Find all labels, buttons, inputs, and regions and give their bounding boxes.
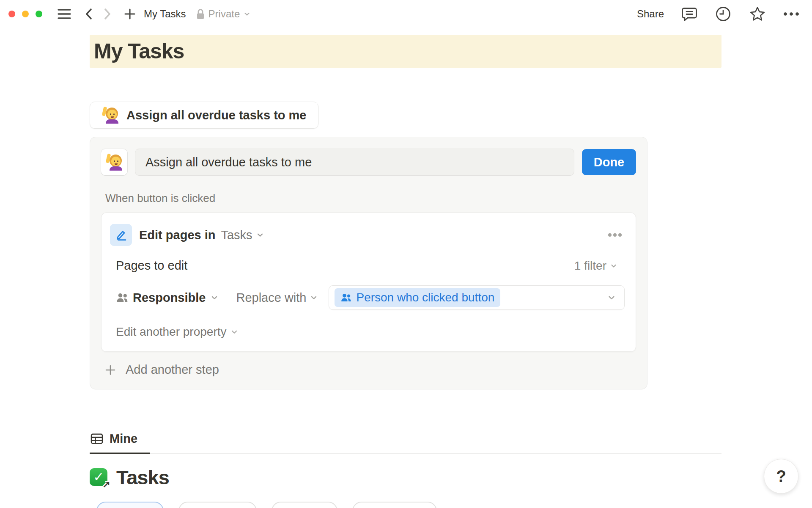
linked-database-heading: ✓ ↗ Tasks: [90, 466, 169, 489]
page-title: My Tasks: [94, 39, 184, 64]
table-view-icon: [91, 433, 103, 444]
page-title-highlight: My Tasks: [90, 35, 721, 68]
help-button[interactable]: ?: [764, 459, 798, 494]
filter-pill[interactable]: [96, 502, 164, 508]
tab-mine-label: Mine: [110, 432, 137, 446]
step-options-icon[interactable]: [605, 230, 625, 240]
comments-icon[interactable]: [681, 6, 697, 22]
back-icon[interactable]: [84, 7, 94, 21]
sidebar-toggle-icon[interactable]: [58, 8, 71, 19]
macos-traffic-lights: [8, 11, 42, 17]
chevron-down-icon: [606, 293, 617, 303]
done-button[interactable]: Done: [582, 149, 636, 175]
breadcrumb-page-title[interactable]: My Tasks: [144, 8, 186, 20]
action-label: Edit pages in: [139, 228, 215, 242]
automation-button[interactable]: Assign all overdue tasks to me: [90, 102, 318, 129]
privacy-status-label[interactable]: Private: [208, 8, 240, 20]
more-options-icon[interactable]: [783, 12, 799, 16]
button-editor-panel: Done When button is clicked Edit pages i…: [90, 137, 647, 389]
edit-another-property-dropdown[interactable]: Edit another property: [116, 325, 239, 339]
check-mark-linked-database-emoji: ✓ ↗: [90, 468, 109, 487]
people-icon: [340, 293, 352, 302]
zoom-window-button[interactable]: [36, 11, 42, 17]
lock-icon: [196, 8, 205, 20]
close-window-button[interactable]: [8, 11, 15, 17]
chevron-down-icon: [309, 293, 318, 302]
window-titlebar: My Tasks Private Share: [0, 0, 812, 28]
share-button[interactable]: Share: [637, 8, 664, 20]
edit-pages-action-tile: [110, 224, 132, 246]
minimize-window-button[interactable]: [22, 11, 29, 17]
chevron-down-icon: [609, 262, 618, 270]
plus-icon: [104, 364, 116, 376]
updates-clock-icon[interactable]: [715, 6, 732, 22]
automation-step-card: Edit pages in Tasks Pages to edit 1 filt…: [101, 213, 636, 352]
target-database-dropdown[interactable]: Tasks: [221, 228, 264, 242]
add-another-step-button[interactable]: Add another step: [101, 363, 636, 377]
chevron-down-icon: [255, 230, 265, 240]
tab-mine[interactable]: Mine: [90, 432, 150, 454]
linked-database-title[interactable]: Tasks: [116, 466, 169, 489]
add-another-step-label: Add another step: [126, 363, 219, 377]
privacy-chevron-down-icon[interactable]: [243, 10, 251, 18]
operation-dropdown[interactable]: Replace with: [236, 291, 318, 305]
automation-button-label: Assign all overdue tasks to me: [126, 108, 306, 122]
filter-pill[interactable]: [178, 502, 257, 508]
woman-raising-hand-emoji: [102, 107, 119, 124]
filter-pill[interactable]: [272, 502, 337, 508]
woman-raising-hand-emoji: [106, 154, 123, 171]
favorite-star-icon[interactable]: [749, 6, 766, 22]
chevron-down-icon: [230, 327, 239, 337]
chevron-down-icon: [210, 293, 219, 302]
filter-pill[interactable]: [352, 502, 437, 508]
forward-icon[interactable]: [102, 7, 112, 21]
database-view-tabbar: Mine: [90, 432, 721, 454]
pages-to-edit-label: Pages to edit: [116, 259, 187, 273]
trigger-label: When button is clicked: [105, 192, 636, 205]
person-value-chip: Person who clicked button: [335, 288, 500, 307]
filter-dropdown[interactable]: 1 filter: [574, 259, 618, 273]
people-icon: [116, 293, 129, 303]
database-filter-pills: [96, 502, 437, 508]
pencil-icon: [115, 229, 128, 242]
button-name-input[interactable]: [135, 149, 574, 176]
value-select[interactable]: Person who clicked button: [329, 285, 625, 310]
button-emoji-picker[interactable]: [101, 149, 127, 175]
property-dropdown[interactable]: Responsible: [116, 291, 219, 305]
new-tab-icon[interactable]: [123, 8, 136, 20]
